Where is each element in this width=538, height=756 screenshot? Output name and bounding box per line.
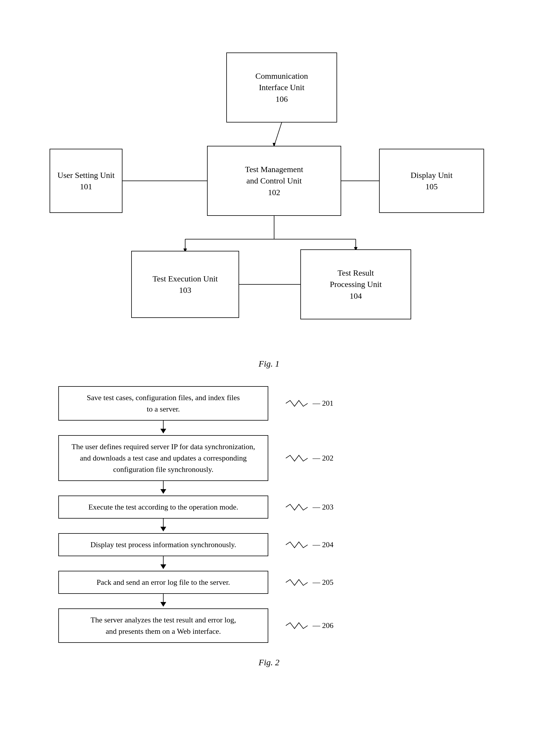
zigzag-icon-205	[286, 578, 309, 587]
ref-number-206: — 206	[313, 621, 334, 630]
zigzag-icon-202	[286, 454, 309, 462]
flow-ref-205: — 205	[286, 578, 334, 587]
zigzag-icon-206	[286, 621, 309, 630]
ref-number-204: — 204	[313, 540, 334, 549]
box-101: User Setting Unit 101	[50, 149, 123, 213]
flow-ref-203: — 203	[286, 503, 334, 512]
flow-arrow-202	[58, 481, 268, 496]
box-102-label: Test Management and Control Unit 102	[245, 164, 303, 198]
flow-box-202: The user defines required server IP for …	[58, 435, 268, 481]
fig1-diagram: Communication Interface Unit 106 User Se…	[23, 18, 515, 353]
flow-arrow-205	[58, 594, 268, 609]
flow-step-204: Display test process information synchro…	[58, 533, 334, 556]
flow-ref-206: — 206	[286, 621, 334, 630]
flow-arrow-201	[58, 421, 268, 435]
fig1-label: Fig. 1	[23, 359, 515, 369]
flow-ref-204: — 204	[286, 540, 334, 549]
flow-box-204: Display test process information synchro…	[58, 533, 268, 556]
box-103-label: Test Execution Unit 103	[152, 273, 218, 296]
flow-step-205: Pack and send an error log file to the s…	[58, 571, 334, 594]
svg-line-0	[274, 123, 282, 146]
page: Communication Interface Unit 106 User Se…	[0, 0, 538, 685]
ref-number-205: — 205	[313, 578, 334, 587]
flow-ref-201: — 201	[286, 399, 334, 408]
flow-arrow-203	[58, 518, 268, 533]
ref-number-202: — 202	[313, 454, 334, 462]
zigzag-icon-203	[286, 503, 309, 512]
box-102: Test Management and Control Unit 102	[207, 146, 341, 216]
box-105-label: Display Unit 105	[410, 170, 453, 192]
box-106: Communication Interface Unit 106	[226, 52, 337, 123]
zigzag-icon-204	[286, 540, 309, 549]
flow-step-206: The server analyzes the test result and …	[58, 609, 334, 643]
flow-box-205: Pack and send an error log file to the s…	[58, 571, 268, 594]
ref-number-201: — 201	[313, 399, 334, 408]
flow-box-203: Execute the test according to the operat…	[58, 496, 268, 518]
flowchart: Save test cases, configuration files, an…	[23, 386, 515, 643]
flow-arrow-204	[58, 556, 268, 571]
box-104-label: Test Result Processing Unit 104	[330, 267, 382, 301]
flow-ref-202: — 202	[286, 454, 334, 462]
box-105: Display Unit 105	[379, 149, 484, 213]
box-103: Test Execution Unit 103	[131, 251, 239, 318]
flow-step-201: Save test cases, configuration files, an…	[58, 386, 334, 421]
ref-number-203: — 203	[313, 503, 334, 512]
flow-box-206: The server analyzes the test result and …	[58, 609, 268, 643]
fig2-label: Fig. 2	[23, 657, 515, 667]
flow-box-201: Save test cases, configuration files, an…	[58, 386, 268, 421]
flow-step-203: Execute the test according to the operat…	[58, 496, 334, 518]
flow-step-202: The user defines required server IP for …	[58, 435, 334, 481]
box-101-label: User Setting Unit 101	[57, 170, 115, 192]
fig2-diagram: Save test cases, configuration files, an…	[23, 386, 515, 667]
box-104: Test Result Processing Unit 104	[300, 249, 411, 319]
box-106-label: Communication Interface Unit 106	[255, 70, 308, 105]
zigzag-icon-201	[286, 399, 309, 408]
